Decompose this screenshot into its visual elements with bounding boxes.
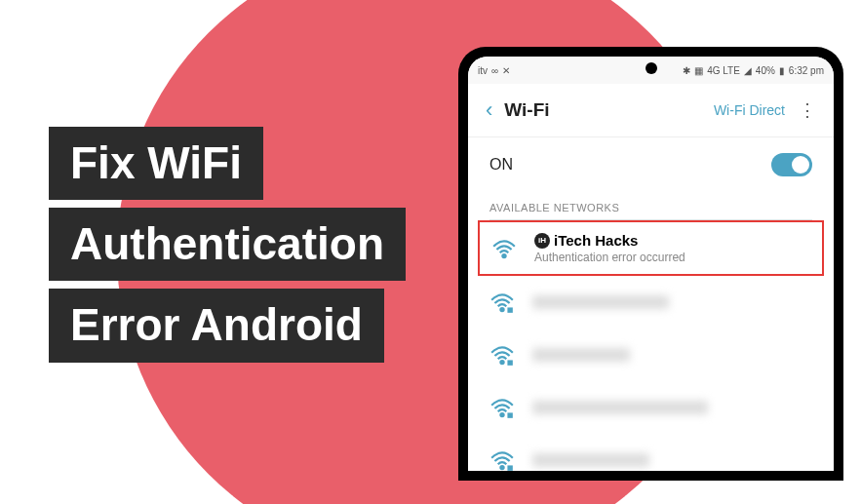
network-row-blurred[interactable] (468, 434, 834, 471)
wifi-toggle[interactable] (771, 153, 812, 176)
carrier-label: itv (478, 65, 488, 76)
svg-rect-6 (507, 412, 512, 417)
phone-mockup: itv ∞ ✕ ✱ ▦ 4G LTE ◢ 40% ▮ 6:32 pm ‹ Wi-… (458, 47, 843, 481)
title-line-2: Authentication (49, 208, 406, 281)
title-line-3: Error Android (49, 289, 384, 362)
title-line-1: Fix WiFi (49, 127, 263, 200)
title-block: Fix WiFi Authentication Error Android (49, 127, 406, 370)
page-title: Wi-Fi (504, 99, 714, 121)
network-status: Authentication error occurred (534, 251, 810, 264)
wifi-toggle-row: ON (468, 137, 834, 192)
network-row-blurred[interactable] (468, 276, 834, 329)
wifi-signal-icon (491, 236, 517, 261)
menu-icon[interactable]: ⋮ (799, 99, 816, 121)
network-type: 4G LTE (707, 65, 740, 76)
network-row[interactable]: iH iTech Hacks Authentication error occu… (480, 222, 822, 274)
svg-rect-4 (507, 360, 512, 365)
camera-hole (646, 62, 657, 74)
svg-point-3 (500, 361, 503, 364)
bluetooth-icon: ✱ (683, 65, 690, 76)
network-name: iH iTech Hacks (534, 232, 810, 249)
clock: 6:32 pm (789, 65, 824, 76)
phone-screen: itv ∞ ✕ ✱ ▦ 4G LTE ◢ 40% ▮ 6:32 pm ‹ Wi-… (468, 57, 834, 471)
svg-rect-2 (507, 307, 512, 312)
network-row-blurred[interactable] (468, 329, 834, 381)
vibrate-icon: ▦ (694, 65, 703, 76)
svg-point-0 (502, 253, 505, 256)
svg-point-1 (500, 308, 503, 311)
wifi-signal-lock-icon (489, 290, 515, 315)
back-icon[interactable]: ‹ (486, 97, 492, 123)
section-header: AVAILABLE NETWORKS (468, 192, 834, 219)
status-icon-2: ✕ (502, 65, 510, 76)
blurred-network-name (532, 401, 708, 414)
blurred-network-name (532, 453, 649, 467)
wifi-signal-lock-icon (489, 342, 515, 368)
battery-icon: ▮ (779, 65, 785, 76)
svg-point-7 (500, 466, 503, 469)
status-bar: itv ∞ ✕ ✱ ▦ 4G LTE ◢ 40% ▮ 6:32 pm (468, 57, 834, 84)
itech-logo-icon: iH (534, 233, 550, 249)
svg-point-5 (500, 413, 503, 416)
network-row-blurred[interactable] (468, 381, 834, 434)
wifi-signal-lock-icon (489, 447, 515, 471)
battery-percent: 40% (756, 65, 775, 76)
wifi-direct-button[interactable]: Wi-Fi Direct (714, 102, 785, 118)
highlighted-network: iH iTech Hacks Authentication error occu… (478, 220, 824, 276)
signal-icon: ◢ (744, 65, 752, 76)
toggle-label: ON (489, 156, 513, 174)
status-icon-1: ∞ (491, 65, 498, 76)
wifi-signal-lock-icon (489, 395, 515, 420)
blurred-network-name (532, 348, 630, 362)
svg-rect-8 (507, 465, 512, 470)
blurred-network-name (532, 295, 669, 309)
wifi-header: ‹ Wi-Fi Wi-Fi Direct ⋮ (468, 84, 834, 137)
